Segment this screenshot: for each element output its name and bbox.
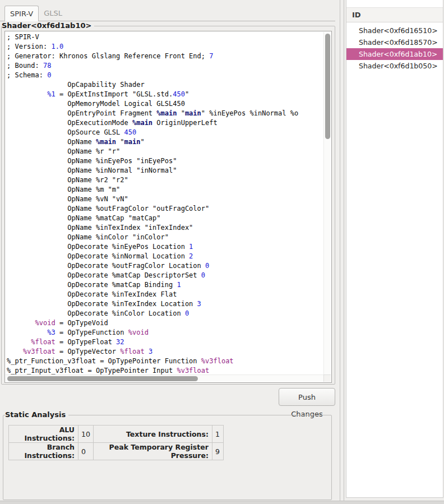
code-line: %1 = OpExtInstImport "GLSL.std.450" [7, 90, 323, 99]
static-analysis-table: ALU Instructions:10Texture Instructions:… [8, 425, 224, 460]
code-line: %float = OpTypeFloat 32 [7, 337, 323, 347]
stat-label: ALU Instructions: [9, 426, 78, 443]
panel-splitter[interactable] [340, 0, 344, 501]
static-analysis-title: Static Analysis [5, 410, 68, 419]
shader-id-item-selected[interactable]: Shader<0xf6d1ab10> [346, 48, 443, 60]
stat-value: 0 [78, 443, 94, 460]
stat-label: Texture Instructions: [93, 426, 212, 443]
code-line: OpCapability Shader [7, 80, 323, 90]
code-line: %void = OpTypeVoid [7, 318, 323, 328]
code-line: OpEntryPoint Fragment %main "main" %inEy… [7, 109, 323, 118]
tab-spir-v[interactable]: SPIR-V [4, 6, 39, 21]
code-line: OpSource GLSL 450 [7, 128, 323, 137]
code-line: OpName %outFragColor "outFragColor" [7, 204, 323, 214]
shader-view-tabs: SPIR-VGLSL [4, 6, 67, 21]
shader-id-list: Shader<0xf6d16510>Shader<0xf6d18570>Shad… [346, 25, 443, 72]
scrollbar-corner [323, 374, 331, 382]
code-line: OpMemoryModel Logical GLSL450 [7, 99, 323, 109]
code-line: ; SPIR-V [7, 33, 323, 42]
shader-id-item[interactable]: Shader<0xf6d1b050> [346, 60, 443, 72]
code-line: ; Schema: 0 [7, 71, 323, 80]
spirv-disassembly[interactable]: ; SPIR-V; Version: 1.0; Generator: Khron… [5, 31, 323, 374]
stat-label: Branch Instructions: [9, 443, 78, 460]
code-line: ; Bound: 78 [7, 61, 323, 71]
static-analysis-groupbox: Static Analysis ALU Instructions:10Textu… [3, 415, 332, 500]
static-analysis-row: Branch Instructions:0Peak Temporary Regi… [9, 443, 224, 460]
shader-id-panel: ID Shader<0xf6d16510>Shader<0xf6d18570>S… [346, 0, 443, 498]
code-line: OpName %m "m" [7, 185, 323, 195]
horizontal-scrollbar[interactable] [6, 374, 323, 382]
tab-glsl[interactable]: GLSL [39, 6, 67, 21]
code-line: OpDecorate %inTexIndex Flat [7, 290, 323, 299]
code-line: OpName %matCap "matCap" [7, 214, 323, 223]
code-line: OpDecorate %matCap Binding 1 [7, 280, 323, 290]
shader-id-item[interactable]: Shader<0xf6d18570> [346, 36, 443, 48]
stat-label: Peak Temporary Register Pressure: [93, 443, 212, 460]
code-line: OpName %inEyePos "inEyePos" [7, 156, 323, 166]
horizontal-scrollbar-thumb[interactable] [7, 376, 198, 381]
code-line: %_ptr_Function_v3float = OpTypePointer F… [7, 357, 323, 366]
code-line: OpDecorate %matCap DescriptorSet 0 [7, 271, 323, 280]
shader-groupbox: Shader<0xf6d1ab10> ; SPIR-V; Version: 1.… [1, 26, 335, 385]
vertical-scrollbar[interactable] [323, 32, 331, 374]
code-line: OpDecorate %outFragColor Location 0 [7, 261, 323, 271]
code-line: ; Generator: Khronos Glslang Reference F… [7, 52, 323, 61]
code-line: OpName %r2 "r2" [7, 175, 323, 185]
code-line: OpExecutionMode %main OriginUpperLeft [7, 118, 323, 128]
id-column-header[interactable]: ID [346, 7, 443, 22]
code-line: %v3float = OpTypeVector %float 3 [7, 347, 323, 357]
spirv-code-editor[interactable]: ; SPIR-V; Version: 1.0; Generator: Khron… [4, 31, 332, 383]
code-line: OpDecorate %inEyePos Location 1 [7, 242, 323, 252]
code-line: OpName %inNormal "inNormal" [7, 166, 323, 175]
stat-value: 10 [78, 426, 94, 443]
shader-id-item[interactable]: Shader<0xf6d16510> [346, 25, 443, 36]
code-line: %3 = OpTypeFunction %void [7, 328, 323, 337]
code-line: OpDecorate %inColor Location 0 [7, 309, 323, 318]
code-line: OpDecorate %inNormal Location 2 [7, 252, 323, 261]
code-line: OpName %main "main" [7, 137, 323, 147]
code-line: OpName %inColor "inColor" [7, 233, 323, 242]
vertical-scrollbar-thumb[interactable] [325, 34, 330, 139]
stat-value: 9 [212, 443, 223, 460]
code-line: %_ptr_Input_v3float = OpTypePointer Inpu… [7, 366, 323, 374]
code-line: OpName %r "r" [7, 147, 323, 156]
stat-value: 1 [212, 426, 223, 443]
shader-groupbox-title: Shader<0xf6d1ab10> [2, 21, 94, 30]
static-analysis-row: ALU Instructions:10Texture Instructions:… [9, 426, 224, 443]
code-line: OpName %inTexIndex "inTexIndex" [7, 223, 323, 233]
push-changes-button[interactable]: Push Changes [279, 388, 335, 406]
code-line: OpName %vN "vN" [7, 195, 323, 204]
code-line: OpDecorate %inTexIndex Location 3 [7, 299, 323, 309]
window-bottom-scrollbar[interactable] [0, 501, 444, 504]
code-line: ; Version: 1.0 [7, 42, 323, 52]
